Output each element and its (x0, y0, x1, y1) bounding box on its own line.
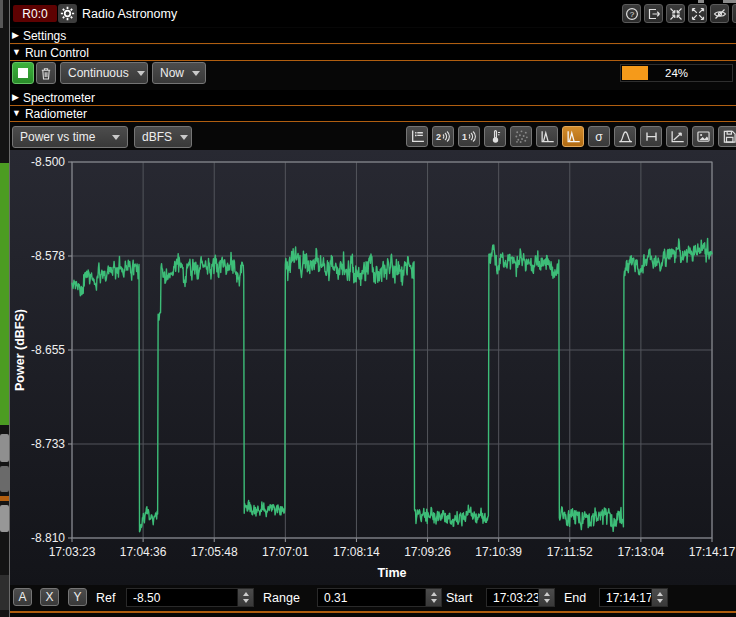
spinner-buttons[interactable] (237, 589, 253, 606)
svg-text:17:13:04: 17:13:04 (618, 545, 665, 559)
maximize-button[interactable] (688, 4, 707, 23)
calibrate-hot-button[interactable]: 2 (432, 126, 454, 147)
spin-down-icon[interactable] (243, 599, 249, 603)
spin-up-icon[interactable] (431, 592, 437, 596)
background-green-band (0, 163, 9, 425)
display-mode-dropdown[interactable]: Power vs time (12, 126, 128, 148)
spin-up-icon[interactable] (544, 592, 550, 596)
autoscale-y-button[interactable]: Y (68, 588, 87, 606)
svg-text:-8.578: -8.578 (31, 249, 65, 263)
spin-up-icon[interactable] (657, 592, 663, 596)
sound-waves-icon (442, 130, 450, 143)
chevron-down-icon (192, 71, 200, 76)
spinner-buttons[interactable] (425, 589, 441, 606)
section-run-control[interactable]: ▼ Run Control (10, 45, 736, 61)
spinner-buttons[interactable] (538, 589, 554, 606)
temperature-button[interactable] (484, 126, 506, 147)
radiometer-toolbar: 2 1 (406, 126, 736, 147)
spin-down-icon[interactable] (431, 599, 437, 603)
radio-astronomy-window: R0:0 Radio Astronomy ? (9, 0, 736, 617)
svg-text:-8.500: -8.500 (31, 155, 65, 169)
end-spinbox[interactable] (599, 588, 668, 607)
svg-text:17:14:17: 17:14:17 (689, 545, 736, 559)
autoscale-all-button[interactable]: A (13, 588, 32, 606)
settings-gear-button[interactable] (58, 4, 77, 23)
calibrate-cold-button[interactable]: 1 (458, 126, 480, 147)
start-label: Start (446, 591, 472, 605)
spin-down-icon[interactable] (544, 599, 550, 603)
maximize-icon (691, 7, 705, 21)
window-title: Radio Astronomy (82, 0, 177, 27)
peak-distribution-icon (566, 129, 581, 144)
background-fragment (0, 466, 9, 492)
section-label: Spectrometer (23, 91, 95, 105)
svg-text:17:10:39: 17:10:39 (475, 545, 522, 559)
svg-text:Power (dBFS): Power (dBFS) (13, 309, 27, 391)
svg-text:-8.655: -8.655 (31, 343, 65, 357)
background-window-strip (0, 0, 9, 617)
sigma-button[interactable]: σ (588, 126, 610, 147)
power-vs-time-chart[interactable]: 17:03:2317:04:3617:05:4817:07:0117:08:14… (10, 150, 736, 585)
progress-label: 24% (621, 65, 732, 81)
units-dropdown[interactable]: dBFS (134, 126, 192, 148)
background-fragment (723, 0, 736, 3)
start-spinbox[interactable] (486, 588, 555, 607)
sweep-progress-bar: 24% (620, 64, 733, 82)
gaussian-fit-button[interactable] (614, 126, 636, 147)
help-button[interactable]: ? (622, 4, 641, 23)
background-fragment (0, 0, 3, 28)
svg-text:?: ? (629, 9, 634, 18)
eye-slash-icon (713, 7, 727, 21)
display-mode-value: Power vs time (20, 130, 95, 144)
chevron-down-icon (180, 135, 188, 140)
ref-input[interactable] (127, 589, 238, 606)
background-fragment (0, 505, 9, 532)
distribution-active-button[interactable] (562, 126, 584, 147)
collapsed-arrow-icon: ▶ (12, 31, 19, 40)
range-spinbox[interactable] (317, 588, 442, 607)
peak-width-button[interactable] (640, 126, 662, 147)
run-mode-value: Continuous (68, 66, 129, 80)
background-fragment (0, 575, 9, 610)
hide-button[interactable] (710, 4, 729, 23)
range-input[interactable] (318, 589, 426, 606)
section-settings[interactable]: ▶ Settings (10, 28, 736, 44)
autoscale-x-button[interactable]: X (40, 588, 59, 606)
clear-measurements-button[interactable] (36, 62, 56, 84)
sigma-label: σ (595, 130, 602, 144)
close-button[interactable] (732, 4, 736, 23)
width-marker-icon (644, 129, 659, 144)
spin-down-icon[interactable] (657, 599, 663, 603)
chevron-down-icon (112, 135, 120, 140)
section-spectrometer[interactable]: ▶ Spectrometer (10, 90, 736, 106)
chart-legend-icon (410, 129, 425, 144)
run-mode-dropdown[interactable]: Continuous (60, 62, 148, 84)
save-data-button[interactable] (718, 126, 736, 147)
scatter-points-button[interactable] (510, 126, 532, 147)
peak-distribution-icon (540, 129, 555, 144)
save-image-button[interactable] (692, 126, 714, 147)
title-bar: R0:0 Radio Astronomy ? (10, 0, 736, 27)
chevron-down-icon (137, 71, 145, 76)
distribution-button[interactable] (536, 126, 558, 147)
trend-marker-button[interactable] (666, 126, 688, 147)
background-fragment (0, 434, 9, 462)
section-radiometer[interactable]: ▼ Radiometer (10, 106, 736, 122)
end-input[interactable] (600, 589, 652, 606)
next-section-accent (10, 611, 736, 613)
save-icon (722, 129, 736, 144)
device-index-badge: R0:0 (13, 5, 57, 22)
start-time-value: Now (160, 66, 184, 80)
start-time-dropdown[interactable]: Now (152, 62, 206, 84)
start-input[interactable] (487, 589, 539, 606)
stop-button[interactable] (12, 62, 34, 84)
spin-up-icon[interactable] (243, 592, 249, 596)
ref-spinbox[interactable] (126, 588, 254, 607)
spinner-buttons[interactable] (651, 589, 667, 606)
end-label: End (564, 591, 586, 605)
shrink-button[interactable] (666, 4, 685, 23)
thermometer-icon (488, 129, 503, 144)
chart-legend-button[interactable] (406, 126, 428, 147)
svg-text:17:08:14: 17:08:14 (333, 545, 380, 559)
undock-button[interactable] (644, 4, 663, 23)
